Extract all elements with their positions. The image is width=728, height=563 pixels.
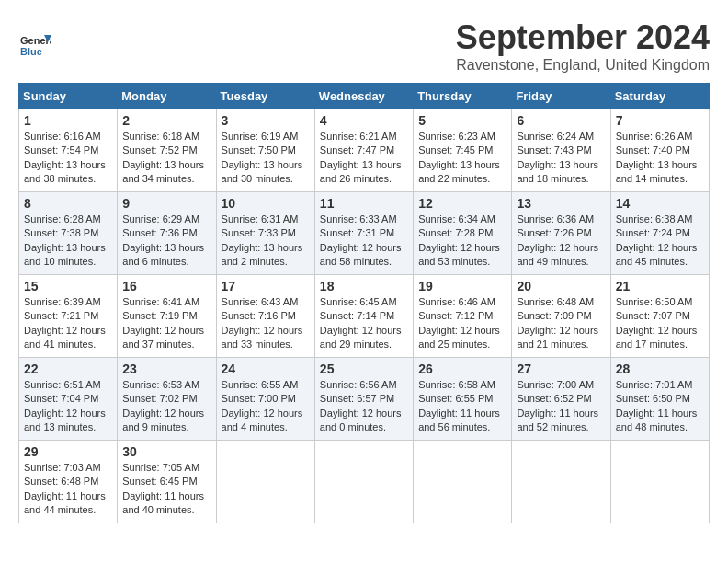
day-number: 27: [517, 362, 605, 376]
logo-icon: General Blue: [18, 28, 51, 61]
day-number: 29: [24, 444, 112, 459]
day-info: Sunrise: 6:46 AM Sunset: 7:12 PM Dayligh…: [418, 295, 506, 352]
logo: General Blue: [18, 28, 55, 61]
day-info: Sunrise: 6:48 AM Sunset: 7:09 PM Dayligh…: [517, 295, 605, 352]
day-info: Sunrise: 7:05 AM Sunset: 6:45 PM Dayligh…: [122, 461, 210, 518]
day-info: Sunrise: 6:51 AM Sunset: 7:04 PM Dayligh…: [24, 378, 112, 435]
month-title: September 2024: [456, 18, 710, 57]
day-info: Sunrise: 6:29 AM Sunset: 7:36 PM Dayligh…: [122, 213, 210, 270]
calendar-cell: 30Sunrise: 7:05 AM Sunset: 6:45 PM Dayli…: [118, 441, 216, 523]
calendar-cell: 3Sunrise: 6:19 AM Sunset: 7:50 PM Daylig…: [216, 109, 314, 192]
calendar-cell: 9Sunrise: 6:29 AM Sunset: 7:36 PM Daylig…: [118, 192, 216, 275]
calendar-cell: [414, 441, 512, 523]
calendar-week-row: 1Sunrise: 6:16 AM Sunset: 7:54 PM Daylig…: [19, 109, 710, 192]
day-number: 14: [616, 196, 704, 211]
calendar-cell: 7Sunrise: 6:26 AM Sunset: 7:40 PM Daylig…: [610, 109, 709, 192]
svg-text:Blue: Blue: [20, 46, 42, 57]
calendar-cell: 5Sunrise: 6:23 AM Sunset: 7:45 PM Daylig…: [414, 109, 512, 192]
day-number: 17: [222, 279, 310, 293]
day-info: Sunrise: 6:19 AM Sunset: 7:50 PM Dayligh…: [222, 130, 310, 187]
calendar-cell: 23Sunrise: 6:53 AM Sunset: 7:02 PM Dayli…: [118, 358, 216, 441]
day-number: 12: [418, 196, 506, 211]
calendar-week-row: 29Sunrise: 7:03 AM Sunset: 6:48 PM Dayli…: [19, 441, 710, 523]
day-number: 26: [418, 362, 506, 376]
day-info: Sunrise: 6:16 AM Sunset: 7:54 PM Dayligh…: [24, 130, 112, 187]
weekday-header-wednesday: Wednesday: [314, 84, 413, 109]
day-number: 11: [320, 196, 408, 211]
day-info: Sunrise: 6:50 AM Sunset: 7:07 PM Dayligh…: [616, 295, 704, 352]
calendar-cell: 16Sunrise: 6:41 AM Sunset: 7:19 PM Dayli…: [118, 275, 216, 358]
day-number: 22: [24, 362, 112, 376]
calendar-cell: 22Sunrise: 6:51 AM Sunset: 7:04 PM Dayli…: [19, 358, 118, 441]
day-info: Sunrise: 6:39 AM Sunset: 7:21 PM Dayligh…: [24, 295, 112, 352]
calendar-cell: 19Sunrise: 6:46 AM Sunset: 7:12 PM Dayli…: [414, 275, 512, 358]
calendar-cell: 14Sunrise: 6:38 AM Sunset: 7:24 PM Dayli…: [610, 192, 709, 275]
location: Ravenstone, England, United Kingdom: [456, 57, 710, 74]
calendar-cell: 12Sunrise: 6:34 AM Sunset: 7:28 PM Dayli…: [414, 192, 512, 275]
calendar-cell: 10Sunrise: 6:31 AM Sunset: 7:33 PM Dayli…: [216, 192, 314, 275]
day-number: 30: [122, 444, 210, 459]
day-info: Sunrise: 6:36 AM Sunset: 7:26 PM Dayligh…: [517, 213, 605, 270]
day-number: 1: [24, 113, 112, 128]
weekday-header-row: SundayMondayTuesdayWednesdayThursdayFrid…: [19, 84, 710, 109]
day-number: 19: [418, 279, 506, 293]
weekday-header-sunday: Sunday: [19, 84, 118, 109]
day-info: Sunrise: 6:41 AM Sunset: 7:19 PM Dayligh…: [122, 295, 210, 352]
day-number: 25: [320, 362, 408, 376]
calendar-cell: 2Sunrise: 6:18 AM Sunset: 7:52 PM Daylig…: [118, 109, 216, 192]
calendar-cell: 25Sunrise: 6:56 AM Sunset: 6:57 PM Dayli…: [314, 358, 413, 441]
calendar-week-row: 8Sunrise: 6:28 AM Sunset: 7:38 PM Daylig…: [19, 192, 710, 275]
calendar-cell: 6Sunrise: 6:24 AM Sunset: 7:43 PM Daylig…: [512, 109, 610, 192]
weekday-header-thursday: Thursday: [414, 84, 512, 109]
calendar-cell: [216, 441, 314, 523]
calendar-cell: 29Sunrise: 7:03 AM Sunset: 6:48 PM Dayli…: [19, 441, 118, 523]
day-info: Sunrise: 7:01 AM Sunset: 6:50 PM Dayligh…: [616, 378, 704, 435]
day-info: Sunrise: 6:34 AM Sunset: 7:28 PM Dayligh…: [418, 213, 506, 270]
day-number: 4: [320, 113, 408, 128]
day-number: 3: [222, 113, 310, 128]
day-info: Sunrise: 6:53 AM Sunset: 7:02 PM Dayligh…: [122, 378, 210, 435]
calendar-week-row: 15Sunrise: 6:39 AM Sunset: 7:21 PM Dayli…: [19, 275, 710, 358]
calendar-cell: 17Sunrise: 6:43 AM Sunset: 7:16 PM Dayli…: [216, 275, 314, 358]
day-info: Sunrise: 6:43 AM Sunset: 7:16 PM Dayligh…: [222, 295, 310, 352]
day-info: Sunrise: 6:45 AM Sunset: 7:14 PM Dayligh…: [320, 295, 408, 352]
day-info: Sunrise: 6:21 AM Sunset: 7:47 PM Dayligh…: [320, 130, 408, 187]
title-block: September 2024 Ravenstone, England, Unit…: [456, 18, 710, 74]
day-info: Sunrise: 6:24 AM Sunset: 7:43 PM Dayligh…: [517, 130, 605, 187]
calendar-cell: 15Sunrise: 6:39 AM Sunset: 7:21 PM Dayli…: [19, 275, 118, 358]
day-info: Sunrise: 6:33 AM Sunset: 7:31 PM Dayligh…: [320, 213, 408, 270]
calendar-cell: 18Sunrise: 6:45 AM Sunset: 7:14 PM Dayli…: [314, 275, 413, 358]
day-info: Sunrise: 6:38 AM Sunset: 7:24 PM Dayligh…: [616, 213, 704, 270]
day-number: 24: [222, 362, 310, 376]
calendar-cell: 1Sunrise: 6:16 AM Sunset: 7:54 PM Daylig…: [19, 109, 118, 192]
day-number: 20: [517, 279, 605, 293]
calendar-cell: 8Sunrise: 6:28 AM Sunset: 7:38 PM Daylig…: [19, 192, 118, 275]
page-header: General Blue September 2024 Ravenstone, …: [18, 18, 710, 74]
day-number: 7: [616, 113, 704, 128]
calendar-cell: 28Sunrise: 7:01 AM Sunset: 6:50 PM Dayli…: [610, 358, 709, 441]
calendar-cell: 11Sunrise: 6:33 AM Sunset: 7:31 PM Dayli…: [314, 192, 413, 275]
day-info: Sunrise: 7:03 AM Sunset: 6:48 PM Dayligh…: [24, 461, 112, 518]
day-info: Sunrise: 6:18 AM Sunset: 7:52 PM Dayligh…: [122, 130, 210, 187]
calendar-cell: 20Sunrise: 6:48 AM Sunset: 7:09 PM Dayli…: [512, 275, 610, 358]
day-number: 15: [24, 279, 112, 293]
calendar-week-row: 22Sunrise: 6:51 AM Sunset: 7:04 PM Dayli…: [19, 358, 710, 441]
calendar-cell: 21Sunrise: 6:50 AM Sunset: 7:07 PM Dayli…: [610, 275, 709, 358]
weekday-header-tuesday: Tuesday: [216, 84, 314, 109]
day-number: 16: [122, 279, 210, 293]
day-number: 23: [122, 362, 210, 376]
day-info: Sunrise: 6:55 AM Sunset: 7:00 PM Dayligh…: [222, 378, 310, 435]
calendar-cell: [610, 441, 709, 523]
calendar-table: SundayMondayTuesdayWednesdayThursdayFrid…: [18, 83, 710, 523]
day-number: 6: [517, 113, 605, 128]
day-info: Sunrise: 6:23 AM Sunset: 7:45 PM Dayligh…: [418, 130, 506, 187]
day-info: Sunrise: 6:26 AM Sunset: 7:40 PM Dayligh…: [616, 130, 704, 187]
calendar-cell: 4Sunrise: 6:21 AM Sunset: 7:47 PM Daylig…: [314, 109, 413, 192]
day-number: 5: [418, 113, 506, 128]
weekday-header-saturday: Saturday: [610, 84, 709, 109]
calendar-cell: 27Sunrise: 7:00 AM Sunset: 6:52 PM Dayli…: [512, 358, 610, 441]
day-number: 9: [122, 196, 210, 211]
day-info: Sunrise: 6:58 AM Sunset: 6:55 PM Dayligh…: [418, 378, 506, 435]
day-info: Sunrise: 6:28 AM Sunset: 7:38 PM Dayligh…: [24, 213, 112, 270]
day-number: 8: [24, 196, 112, 211]
